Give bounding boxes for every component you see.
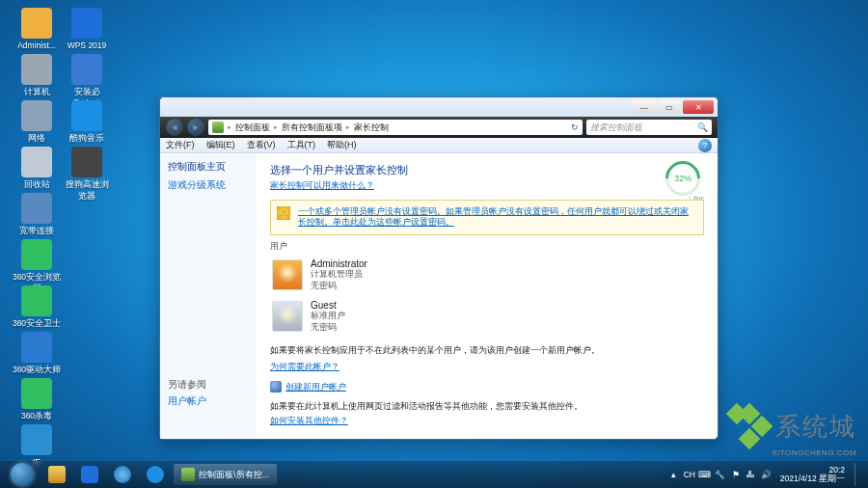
- desktop-icon[interactable]: 宽带连接: [12, 193, 62, 237]
- menu-view[interactable]: 查看(V): [247, 139, 276, 151]
- menu-file[interactable]: 文件(F): [166, 139, 195, 151]
- app-icon: [21, 8, 52, 39]
- icon-label: 360驱动大师: [12, 365, 62, 376]
- taskbar-task-controlpanel[interactable]: 控制面板\所有控...: [174, 464, 277, 485]
- refresh-icon[interactable]: ↻: [571, 122, 579, 132]
- desktop-icon[interactable]: Administ...: [12, 8, 62, 50]
- icon-label: 回收站: [12, 179, 62, 191]
- control-panel-icon: [181, 468, 195, 481]
- minimize-button[interactable]: —: [633, 100, 656, 114]
- app-icon: [71, 147, 102, 177]
- icon-label: 宽带连接: [12, 226, 62, 237]
- user-row-guest[interactable]: Guest 标准用户 无密码: [270, 296, 704, 338]
- app-icon: [21, 54, 52, 85]
- tray-ime[interactable]: CH: [684, 469, 695, 480]
- system-tray: ▴ CH ⌨ 🔧 ⚑ 🖧 🔊 20:2 2021/4/12 星期一: [668, 463, 862, 486]
- progress-value: 32%: [665, 161, 700, 196]
- warning-icon: ⚠: [277, 206, 290, 220]
- user-name: Guest: [311, 300, 345, 311]
- tray-clock[interactable]: 20:2 2021/4/12 星期一: [776, 466, 849, 484]
- desktop-icon[interactable]: 计算机: [12, 54, 62, 98]
- app-icon: [21, 424, 52, 455]
- control-panel-icon: [212, 122, 224, 133]
- taskbar-pin-ie[interactable]: [108, 464, 137, 485]
- tray-tool-icon[interactable]: 🔧: [715, 469, 726, 480]
- desktop-icon[interactable]: 360安全卫士: [12, 285, 62, 330]
- desktop-icon[interactable]: 网络: [12, 100, 62, 145]
- taskbar: 控制面板\所有控... ▴ CH ⌨ 🔧 ⚑ 🖧 🔊 20:2 2021/4/1…: [0, 461, 868, 488]
- user-avatar-icon: [272, 301, 303, 332]
- app-icon: [21, 239, 52, 270]
- user-row-administrator[interactable]: Administrator 计算机管理员 无密码: [270, 255, 704, 296]
- sidebar-link-useraccounts[interactable]: 用户帐户: [168, 395, 249, 408]
- app-icon: [21, 378, 52, 409]
- app-icon: [21, 193, 52, 224]
- user-role: 计算机管理员: [311, 269, 367, 281]
- why-account-link[interactable]: 为何需要此帐户？: [270, 361, 704, 373]
- sidebar-home[interactable]: 控制面板主页: [168, 161, 249, 174]
- icon-label: 网络: [12, 133, 62, 145]
- desktop: Administ...WPS 2019计算机安装必备.docx网络酷狗音乐回收站…: [0, 0, 868, 488]
- breadcrumb-leaf[interactable]: 家长控制: [354, 122, 389, 134]
- search-input[interactable]: 搜索控制面板 🔍: [586, 120, 712, 135]
- close-button[interactable]: ✕: [683, 100, 714, 114]
- menu-help[interactable]: 帮助(H): [327, 139, 357, 151]
- progress-widget[interactable]: 32% ↑ doc: [665, 161, 700, 196]
- menu-edit[interactable]: 编辑(E): [206, 139, 235, 151]
- install-controls-paragraph: 如果要在此计算机上使用网页过滤和活动报告等其他功能，您需要安装其他控件。: [270, 401, 704, 413]
- warning-link[interactable]: 一个或多个管理员帐户没有设置密码。如果管理员帐户没有设置密码，任何用户就都可以绕…: [298, 206, 689, 227]
- nav-forward-button[interactable]: ►: [187, 119, 204, 136]
- app-icon: [21, 100, 52, 131]
- main-content: 32% ↑ doc 选择一个用户并设置家长控制 家长控制可以用来做什么？ ⚠ 一…: [257, 153, 718, 439]
- breadcrumb-root[interactable]: 控制面板: [235, 122, 270, 134]
- breadcrumb-mid[interactable]: 所有控制面板项: [282, 122, 342, 134]
- shield-icon: [270, 381, 282, 393]
- user-password-status: 无密码: [311, 322, 345, 334]
- user-name: Administrator: [311, 258, 367, 269]
- taskbar-pin-explorer[interactable]: [42, 464, 71, 485]
- app-icon: [71, 54, 102, 85]
- tray-up-icon[interactable]: ▴: [668, 469, 680, 480]
- tray-network-icon[interactable]: 🖧: [746, 469, 757, 480]
- show-desktop-button[interactable]: [854, 463, 862, 486]
- menubar: 文件(F) 编辑(E) 查看(V) 工具(T) 帮助(H) ?: [160, 138, 718, 153]
- user-avatar-icon: [272, 259, 303, 290]
- page-sublink[interactable]: 家长控制可以用来做什么？: [270, 179, 704, 192]
- create-user-paragraph: 如果要将家长控制应用于不在此列表中的某个用户，请为该用户创建一个新用户帐户。: [270, 345, 704, 357]
- sidebar-link-rating[interactable]: 游戏分级系统: [168, 179, 249, 192]
- page-title: 选择一个用户并设置家长控制: [270, 163, 704, 177]
- watermark-url: XITONGCHENG.COM: [729, 448, 856, 457]
- install-controls-link[interactable]: 如何安装其他控件？: [270, 415, 704, 427]
- menu-tools[interactable]: 工具(T): [287, 139, 316, 151]
- icon-label: 计算机: [12, 87, 62, 98]
- desktop-icon[interactable]: WPS 2019: [62, 8, 112, 50]
- tray-volume-icon[interactable]: 🔊: [761, 469, 773, 480]
- titlebar: — ▭ ✕: [160, 97, 718, 117]
- icon-label: 360杀毒: [12, 411, 62, 422]
- taskbar-pin-wps[interactable]: [75, 464, 104, 485]
- app-icon: [21, 147, 52, 177]
- app-icon: [21, 285, 52, 316]
- nav-back-button[interactable]: ◄: [166, 119, 183, 136]
- control-panel-window: — ▭ ✕ ◄ ► ▸ 控制面板 ▸ 所有控制面板项 ▸ 家长控制 ↻ 搜索控制…: [159, 96, 719, 440]
- desktop-icon[interactable]: 360驱动大师: [12, 332, 62, 376]
- warning-box: ⚠ 一个或多个管理员帐户没有设置密码。如果管理员帐户没有设置密码，任何用户就都可…: [270, 200, 704, 235]
- tray-action-center-icon[interactable]: ⚑: [730, 469, 742, 480]
- desktop-icon[interactable]: 酷狗音乐: [62, 100, 112, 145]
- desktop-icon[interactable]: 搜狗高速浏览器: [62, 147, 112, 203]
- sidebar-also-heading: 另请参阅: [168, 379, 249, 392]
- desktop-icon[interactable]: 360杀毒: [12, 378, 62, 422]
- icon-label: WPS 2019: [62, 41, 112, 50]
- tray-keyboard-icon[interactable]: ⌨: [699, 469, 711, 480]
- desktop-icon[interactable]: 回收站: [12, 147, 62, 191]
- taskbar-pin-kugou[interactable]: [141, 464, 170, 485]
- help-icon[interactable]: ?: [698, 139, 712, 152]
- maximize-button[interactable]: ▭: [658, 100, 681, 114]
- navbar: ◄ ► ▸ 控制面板 ▸ 所有控制面板项 ▸ 家长控制 ↻ 搜索控制面板 🔍: [160, 117, 718, 138]
- start-button[interactable]: [6, 462, 39, 487]
- breadcrumb[interactable]: ▸ 控制面板 ▸ 所有控制面板项 ▸ 家长控制 ↻: [208, 120, 583, 135]
- users-label: 用户: [270, 241, 704, 253]
- create-user-link[interactable]: 创建新用户帐户: [270, 381, 704, 393]
- search-icon: 🔍: [697, 122, 708, 132]
- app-icon: [21, 332, 52, 363]
